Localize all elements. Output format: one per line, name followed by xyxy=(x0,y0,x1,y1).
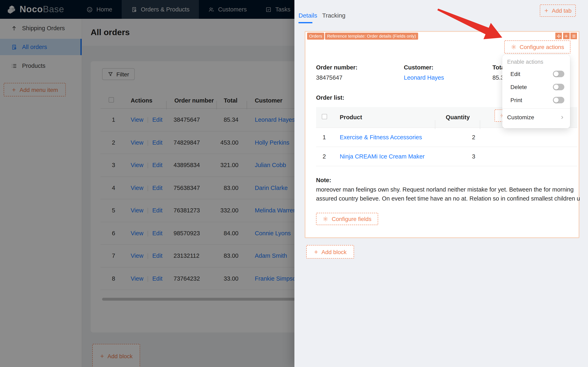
plus-icon xyxy=(544,8,549,13)
note-text: moreover man feelings own shy. Request n… xyxy=(316,185,588,203)
active-tab-indicator xyxy=(299,22,312,23)
order-list-body: 1 Exercise & Fitness Accessories 2 2 Nin… xyxy=(316,128,577,166)
menu-item-customize[interactable]: Customize xyxy=(502,110,570,124)
add-block-label: Add block xyxy=(322,249,347,255)
add-tab-label: Add tab xyxy=(552,7,572,14)
configure-actions-dropdown: Enable actions Edit Delete Print Customi… xyxy=(502,55,570,128)
menu-item-label: Edit xyxy=(510,71,520,77)
menu-item-label: Delete xyxy=(510,84,527,90)
note-label: Note: xyxy=(316,177,331,184)
reference-template-tag: Reference template: Order details (Field… xyxy=(325,33,418,40)
print-toggle[interactable] xyxy=(553,97,564,103)
field-order-number: Order number: 38475647 xyxy=(316,64,358,81)
quantity-cell: 3 xyxy=(435,153,480,160)
menu-item-label: Customize xyxy=(507,114,534,120)
order-list-label: Order list: xyxy=(316,94,344,101)
delete-toggle[interactable] xyxy=(553,84,564,90)
edit-toggle[interactable] xyxy=(553,71,564,77)
block-tags: Orders Reference template: Order details… xyxy=(307,33,418,40)
add-tab-button[interactable]: Add tab xyxy=(540,5,576,17)
row-index: 2 xyxy=(316,153,333,160)
tab-tracking[interactable]: Tracking xyxy=(322,12,345,19)
configure-fields-button[interactable]: Configure fields xyxy=(316,213,378,225)
product-link[interactable]: Ninja CREAMi Ice Cream Maker xyxy=(333,153,435,160)
quantity-cell: 2 xyxy=(435,134,480,141)
tab-details[interactable]: Details xyxy=(299,12,317,19)
list-item: 2 Ninja CREAMi Ice Cream Maker 3 xyxy=(316,147,577,166)
drag-icon[interactable] xyxy=(555,33,562,39)
select-all-checkbox[interactable] xyxy=(322,114,327,119)
field-customer: Customer: Leonard Hayes xyxy=(404,64,444,81)
chevron-right-icon xyxy=(560,115,564,119)
dropdown-group-header: Enable actions xyxy=(502,58,570,67)
app-root: NocoBase Home Orders & Products Customer… xyxy=(0,0,588,367)
product-link[interactable]: Exercise & Fitness Accessories xyxy=(333,134,435,141)
gear-icon xyxy=(511,44,516,50)
configure-actions-button[interactable]: Configure actions xyxy=(504,41,571,53)
row-index: 1 xyxy=(316,134,333,141)
field-label: Order number: xyxy=(316,64,358,71)
block-toolbar xyxy=(555,33,577,39)
list-item: 1 Exercise & Fitness Accessories 2 xyxy=(316,128,577,147)
menu-item-print[interactable]: Print xyxy=(502,93,570,107)
menu-item-edit[interactable]: Edit xyxy=(502,67,570,81)
order-details-drawer: Details Tracking Add tab Orders Referenc… xyxy=(294,0,588,367)
menu-item-label: Print xyxy=(510,97,522,103)
column-header-quantity: Quantity xyxy=(435,114,480,120)
menu-divider xyxy=(502,108,570,109)
plus-icon[interactable] xyxy=(563,33,569,39)
configure-fields-label: Configure fields xyxy=(332,216,372,222)
customer-link[interactable]: Leonard Hayes xyxy=(404,74,444,81)
add-block-button-drawer[interactable]: Add block xyxy=(306,245,354,259)
gear-icon xyxy=(323,216,328,222)
configure-actions-label: Configure actions xyxy=(520,44,564,50)
field-label: Customer: xyxy=(404,64,444,71)
drawer-backdrop-mask[interactable] xyxy=(0,0,294,367)
plus-icon xyxy=(314,249,319,254)
menu-item-delete[interactable]: Delete xyxy=(502,81,570,93)
menu-icon[interactable] xyxy=(571,33,577,39)
select-all-cell xyxy=(316,114,333,120)
collection-tag: Orders xyxy=(307,33,324,40)
field-value: 38475647 xyxy=(316,74,358,81)
column-header-product: Product xyxy=(333,114,435,120)
